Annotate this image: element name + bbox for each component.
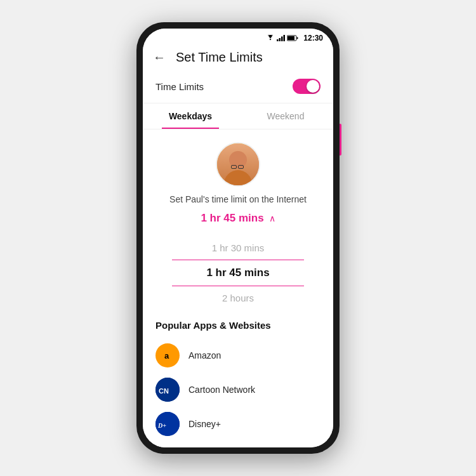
apps-section-header: Popular Apps & Websites xyxy=(155,320,321,331)
chevron-up-icon[interactable]: ∧ xyxy=(269,213,275,223)
time-option-1hr45[interactable]: 1 hr 45 mins xyxy=(155,260,321,286)
cartoon-label: Cartoon Network xyxy=(188,385,255,395)
time-limits-label: Time Limits xyxy=(155,81,204,92)
page-title: Set Time Limits xyxy=(176,50,263,65)
avatar-section: Set Paul's time limit on the Internet 1 … xyxy=(143,129,333,236)
app-item-disney[interactable]: D+ Disney+ xyxy=(155,407,321,441)
svg-text:D+: D+ xyxy=(157,422,166,429)
tab-weekdays[interactable]: Weekdays xyxy=(143,103,238,129)
selected-time-display: 1 hr 45 mins ∧ xyxy=(201,212,275,225)
header: ← Set Time Limits xyxy=(143,45,333,72)
disney-logo: D+ xyxy=(155,412,180,436)
cartoon-logo: CN xyxy=(155,378,180,402)
side-button-accent xyxy=(340,124,341,155)
svg-rect-3 xyxy=(284,35,286,41)
status-time: 12:30 xyxy=(303,34,323,43)
phone-screen: 12:30 ← Set Time Limits Time Limits Week… xyxy=(143,29,333,447)
svg-rect-5 xyxy=(297,37,298,39)
tabs-bar: Weekdays Weekend xyxy=(143,103,333,129)
glass-left xyxy=(231,165,237,169)
status-bar: 12:30 xyxy=(143,29,333,45)
wifi-icon xyxy=(266,35,275,41)
svg-rect-6 xyxy=(288,36,294,40)
svg-rect-0 xyxy=(277,39,279,41)
amazon-label: Amazon xyxy=(188,350,221,360)
back-button[interactable]: ← xyxy=(153,50,166,65)
set-limit-description: Set Paul's time limit on the Internet xyxy=(169,194,307,204)
disney-label: Disney+ xyxy=(188,419,221,429)
phone-frame: 12:30 ← Set Time Limits Time Limits Week… xyxy=(136,22,340,454)
cartoon-icon: CN xyxy=(155,378,180,402)
toggle-knob xyxy=(307,80,319,93)
content-area: Time Limits Weekdays Weekend xyxy=(143,72,333,447)
signal-icon xyxy=(277,35,285,41)
time-option-1hr30[interactable]: 1 hr 30 mins xyxy=(155,236,321,260)
svg-rect-1 xyxy=(279,38,281,41)
svg-text:a: a xyxy=(164,351,169,360)
status-icons xyxy=(266,35,298,41)
amazon-icon: a xyxy=(155,343,180,367)
app-item-amazon[interactable]: a Amazon xyxy=(155,338,321,373)
time-option-2hrs[interactable]: 2 hours xyxy=(155,286,321,310)
svg-text:CN: CN xyxy=(159,387,169,395)
avatar-head xyxy=(229,151,247,169)
avatar-body xyxy=(224,170,252,185)
selected-time-text: 1 hr 45 mins xyxy=(201,212,263,225)
apps-section: Popular Apps & Websites a Amazon xyxy=(143,310,333,447)
time-limits-row: Time Limits xyxy=(143,72,333,103)
battery-icon xyxy=(287,35,298,41)
disney-icon: D+ xyxy=(155,412,180,436)
amazon-logo: a xyxy=(161,349,174,362)
avatar-glasses xyxy=(231,165,245,169)
avatar-person xyxy=(217,143,259,185)
time-picker: 1 hr 30 mins 1 hr 45 mins 2 hours xyxy=(143,236,333,310)
time-limits-toggle[interactable] xyxy=(293,79,321,94)
app-item-cartoon[interactable]: CN Cartoon Network xyxy=(155,373,321,407)
tab-weekend[interactable]: Weekend xyxy=(238,103,333,129)
avatar xyxy=(216,142,260,187)
glass-right xyxy=(238,165,244,169)
svg-rect-2 xyxy=(281,37,283,42)
